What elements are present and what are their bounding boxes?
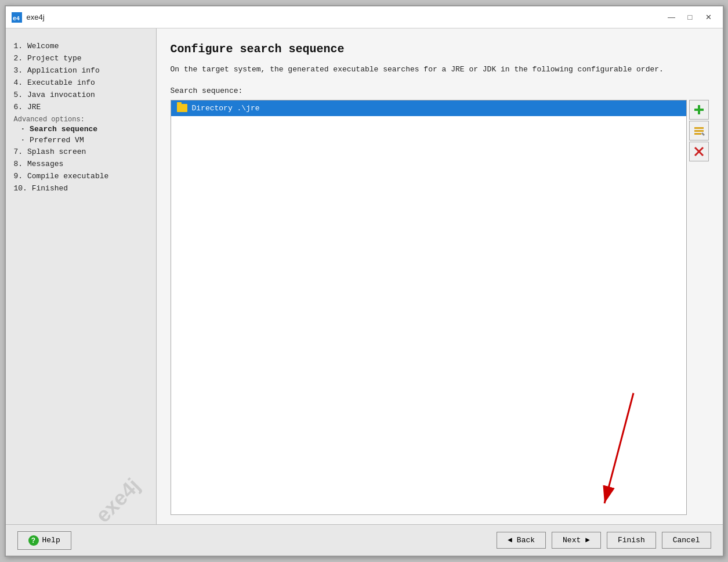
sidebar-item-project-type[interactable]: 2. Project type: [14, 52, 148, 64]
sidebar-item-search-sequence[interactable]: · Search sequence: [14, 124, 148, 135]
edit-sequence-button[interactable]: [689, 121, 709, 140]
svg-marker-7: [701, 132, 705, 136]
panel-title: Configure search sequence: [171, 42, 709, 56]
sidebar-item-messages[interactable]: 8. Messages: [14, 158, 148, 170]
back-button[interactable]: ◄ Back: [497, 532, 546, 549]
svg-rect-3: [694, 109, 704, 111]
help-icon: ?: [28, 535, 39, 546]
watermark: exe4j: [91, 473, 145, 524]
right-panel: Configure search sequence On the target …: [157, 28, 723, 524]
maximize-button[interactable]: □: [682, 11, 698, 24]
title-bar-left: e4 exe4j: [12, 12, 45, 23]
advanced-options-label: Advanced options:: [14, 116, 148, 124]
svg-rect-4: [694, 127, 704, 129]
svg-rect-5: [694, 130, 704, 132]
sequence-item-dir-jre[interactable]: Directory .\jre: [171, 100, 686, 116]
add-sequence-button[interactable]: [689, 100, 709, 120]
svg-text:e4: e4: [13, 16, 20, 22]
finish-label: Finish: [618, 536, 645, 545]
sequence-area: Directory .\jre: [171, 100, 709, 515]
app-icon: e4: [12, 12, 22, 23]
minimize-button[interactable]: —: [664, 11, 680, 24]
next-label: Next ►: [563, 536, 590, 545]
next-button[interactable]: Next ►: [552, 532, 601, 549]
sidebar: 1. Welcome 2. Project type 3. Applicatio…: [6, 28, 157, 524]
close-button[interactable]: ✕: [701, 11, 717, 24]
folder-icon: [177, 104, 187, 112]
sidebar-item-preferred-vm[interactable]: · Preferred VM: [14, 135, 148, 146]
cancel-label: Cancel: [673, 536, 700, 545]
sequence-buttons: [687, 100, 709, 515]
back-label: ◄ Back: [508, 536, 535, 545]
help-button[interactable]: ? Help: [17, 531, 71, 550]
sequence-item-label: Directory .\jre: [192, 104, 260, 113]
sequence-label: Search sequence:: [171, 87, 709, 95]
sequence-list[interactable]: Directory .\jre: [171, 100, 687, 515]
svg-rect-6: [694, 133, 701, 135]
panel-description: On the target system, the generated exec…: [171, 64, 675, 76]
sidebar-item-finished[interactable]: 10. Finished: [14, 182, 148, 194]
sidebar-item-splash-screen[interactable]: 7. Splash screen: [14, 146, 148, 158]
sidebar-item-application-info[interactable]: 3. Application info: [14, 64, 148, 77]
cancel-button[interactable]: Cancel: [662, 532, 711, 549]
main-window: e4 exe4j — □ ✕ 1. Welcome 2. Project typ…: [5, 5, 724, 557]
title-bar: e4 exe4j — □ ✕: [6, 6, 723, 28]
bottom-bar: ? Help ◄ Back Next ► Finish Cancel: [6, 524, 723, 556]
help-label: Help: [42, 536, 60, 545]
main-content: 1. Welcome 2. Project type 3. Applicatio…: [6, 28, 723, 524]
sidebar-item-compile-executable[interactable]: 9. Compile executable: [14, 170, 148, 182]
sidebar-item-java-invocation[interactable]: 5. Java invocation: [14, 89, 148, 101]
sidebar-item-executable-info[interactable]: 4. Executable info: [14, 77, 148, 89]
sidebar-item-jre[interactable]: 6. JRE: [14, 101, 148, 113]
title-bar-controls: — □ ✕: [664, 11, 717, 24]
delete-sequence-button[interactable]: [689, 142, 709, 161]
finish-button[interactable]: Finish: [607, 532, 656, 549]
sidebar-item-welcome[interactable]: 1. Welcome: [14, 40, 148, 52]
window-title: exe4j: [27, 13, 45, 21]
